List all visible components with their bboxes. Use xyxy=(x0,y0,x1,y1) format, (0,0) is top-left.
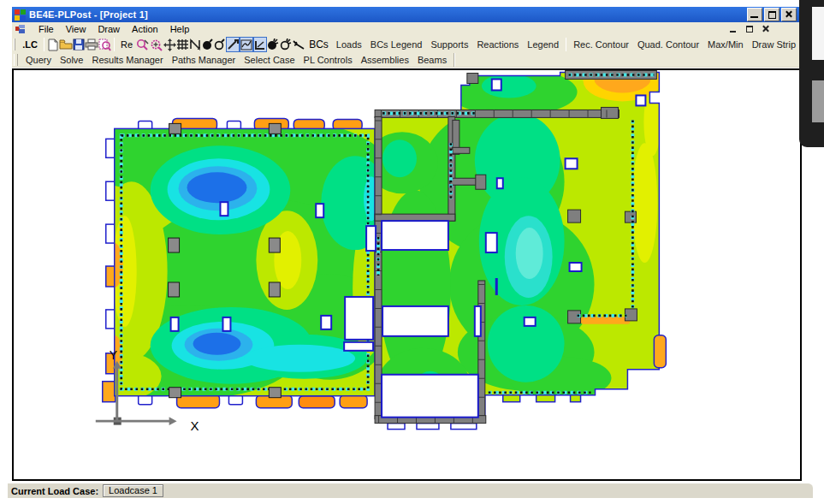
save-icon[interactable] xyxy=(73,37,85,52)
menu-action[interactable]: Action xyxy=(126,23,164,35)
bomb-spark-outline-icon[interactable] xyxy=(280,37,293,52)
child-close-button[interactable] xyxy=(761,25,771,33)
pan-icon[interactable] xyxy=(163,37,176,52)
contour-plot: Y X xyxy=(14,70,800,479)
corner-strip-tool-icon[interactable] xyxy=(253,37,267,52)
beam-mark xyxy=(495,278,498,295)
maxmin-button[interactable]: Max/Min xyxy=(703,39,748,50)
supports-button[interactable]: Supports xyxy=(426,39,472,50)
overlap-scrollbar-thumb[interactable] xyxy=(812,80,824,122)
right-edge-support-tab xyxy=(654,335,666,368)
toolbar-separator xyxy=(566,38,566,51)
menu-help[interactable]: Help xyxy=(164,23,196,35)
draw-strip-tool-icon[interactable] xyxy=(226,37,240,52)
child-minimize-button[interactable] xyxy=(728,25,738,33)
open-folder-icon[interactable] xyxy=(59,37,73,52)
select-case-button[interactable]: Select Case xyxy=(240,54,299,66)
re-button[interactable]: Re xyxy=(117,39,136,50)
loads-button[interactable]: Loads xyxy=(332,39,366,50)
menu-view[interactable]: View xyxy=(60,23,92,35)
screen: BE4E-PLPost - [Project 1] File View Draw… xyxy=(0,0,824,504)
status-bar: Current Load Case: Loadcase 1 xyxy=(8,483,813,498)
secondary-toolbar: Query Solve Results Manager Paths Manage… xyxy=(12,53,800,68)
assemblies-button[interactable]: Assemblies xyxy=(357,54,413,66)
axis-y-label: Y xyxy=(110,348,117,362)
pl-controls-button[interactable]: PL Controls xyxy=(299,54,357,66)
toolbar-separator xyxy=(44,38,44,51)
rec-contour-button[interactable]: Rec. Contour xyxy=(569,39,633,50)
restore-button[interactable] xyxy=(764,8,780,21)
axis-x-label: X xyxy=(191,418,199,433)
results-manager-button[interactable]: Results Manager xyxy=(88,54,168,66)
zoom-in-icon[interactable] xyxy=(150,37,163,52)
toolbar-separator xyxy=(114,38,115,51)
toolbar-gripper[interactable] xyxy=(14,39,15,50)
new-document-icon[interactable] xyxy=(47,37,59,52)
print-preview-icon[interactable] xyxy=(98,37,111,52)
print-icon[interactable] xyxy=(85,37,98,52)
quad-contour-button[interactable]: Quad. Contour xyxy=(633,39,703,50)
menu-draw[interactable]: Draw xyxy=(92,23,126,35)
close-button[interactable] xyxy=(781,8,797,21)
load-case-value[interactable]: Loadcase 1 xyxy=(103,484,163,497)
solve-button[interactable]: Solve xyxy=(56,54,88,66)
window-title: BE4E-PLPost - [Project 1] xyxy=(29,9,148,20)
bcs-legend-button[interactable]: BCs Legend xyxy=(366,39,427,50)
paths-manager-button[interactable]: Paths Manager xyxy=(168,54,240,66)
strip-results-tool-icon[interactable] xyxy=(240,37,253,52)
overlap-scrollbar-track xyxy=(812,7,824,60)
document-icon xyxy=(15,25,26,34)
bomb-outline-icon[interactable] xyxy=(214,37,226,52)
model-canvas[interactable]: Y X xyxy=(12,68,802,481)
toolbar-gripper[interactable] xyxy=(14,54,18,66)
app-icon xyxy=(15,9,26,21)
fork-icon[interactable] xyxy=(293,37,305,52)
grid-icon[interactable] xyxy=(176,37,189,52)
title-bar[interactable]: BE4E-PLPost - [Project 1] xyxy=(12,7,800,22)
bomb-filled-icon[interactable] xyxy=(202,37,214,52)
draw-strip-button[interactable]: Draw Strip xyxy=(748,39,800,50)
bcs-button[interactable]: BCs xyxy=(305,38,332,51)
zoom-edit-icon[interactable] xyxy=(136,37,150,52)
bomb-spark-icon[interactable] xyxy=(267,37,280,52)
minimize-button[interactable] xyxy=(747,8,762,21)
toolbar-separator xyxy=(453,53,455,67)
load-case-label: Current Load Case: xyxy=(11,486,98,496)
menu-file[interactable]: File xyxy=(33,23,60,35)
query-button[interactable]: Query xyxy=(21,54,56,66)
beams-button[interactable]: Beams xyxy=(413,54,451,66)
reactions-button[interactable]: Reactions xyxy=(472,39,523,50)
legend-button[interactable]: Legend xyxy=(523,39,563,50)
menu-bar: File View Draw Action Help xyxy=(12,22,800,36)
mesh-icon[interactable] xyxy=(189,37,202,52)
child-restore-button[interactable] xyxy=(744,25,755,33)
overlapping-window-edge[interactable] xyxy=(799,0,824,147)
main-toolbar: .LC Re xyxy=(12,36,800,53)
lc-button[interactable]: .LC xyxy=(19,39,41,50)
